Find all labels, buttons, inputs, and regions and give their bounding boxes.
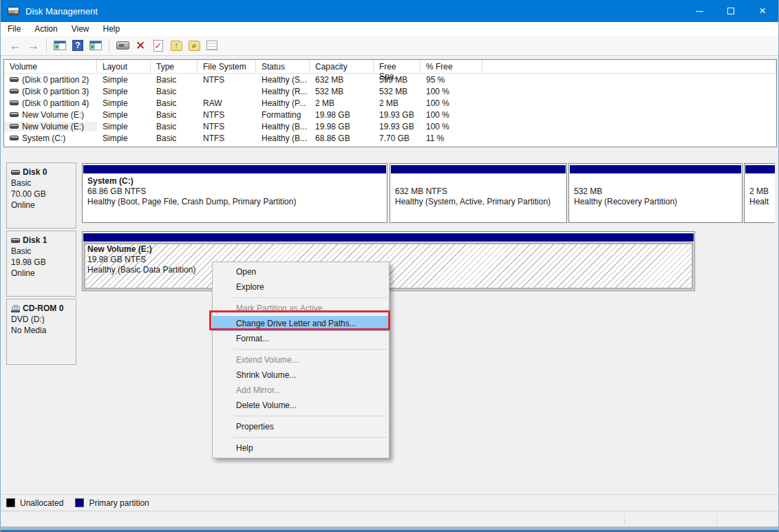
column-header-status[interactable]: Status	[256, 60, 310, 74]
cdrom-icon	[11, 305, 20, 312]
table-row[interactable]: System (C:) Simple Basic NTFS Healthy (B…	[4, 132, 776, 144]
menu-item-add-mirror: Add Mirror...	[213, 383, 389, 398]
volume-icon	[10, 100, 19, 105]
legend-label-unallocated: Unallocated	[20, 498, 63, 508]
cdrom0-label[interactable]: CD-ROM 0 DVD (D:) No Media	[6, 299, 76, 365]
volume-icon	[10, 124, 19, 129]
context-menu: Open Explore Mark Partition as Active Ch…	[212, 262, 390, 458]
table-row[interactable]: New Volume (E:) Simple Basic NTFS Health…	[4, 120, 776, 132]
disk0-label[interactable]: Disk 0 Basic 70.00 GB Online	[6, 162, 76, 228]
title-bar: Disk Management ×	[1, 0, 778, 22]
partition-532mb[interactable]: 532 MB Healthy (Recovery Partition)	[568, 163, 743, 223]
explore-folder-icon[interactable]: ⌕	[186, 38, 202, 53]
menu-item-delete-volume[interactable]: Delete Volume...	[213, 398, 389, 413]
partition-color-bar	[745, 165, 775, 173]
menu-separator	[233, 437, 387, 438]
menu-item-mark-partition-active: Mark Partition as Active	[213, 301, 389, 316]
column-header-pct-free[interactable]: % Free	[420, 60, 482, 74]
toolbar: ← → ◂ ? ▸ ✕ ✓ ↑ ⌕	[1, 36, 778, 56]
help-icon[interactable]: ?	[70, 38, 85, 53]
volume-icon	[10, 77, 19, 82]
menu-separator	[233, 297, 387, 298]
check-document-icon[interactable]: ✓	[151, 38, 166, 53]
menu-item-open[interactable]: Open	[213, 264, 389, 279]
column-header-capacity[interactable]: Capacity	[310, 60, 374, 74]
menu-file[interactable]: File	[1, 22, 28, 36]
show-action-pane-icon[interactable]: ▸	[88, 38, 103, 53]
menu-bar: File Action View Help	[1, 22, 778, 36]
disk-icon	[11, 238, 20, 243]
volume-icon	[10, 89, 19, 94]
unallocated-swatch	[6, 498, 15, 507]
volume-list: Volume Layout Type File System Status Ca…	[3, 59, 777, 147]
table-row[interactable]: (Disk 0 partition 3) Simple Basic Health…	[4, 85, 776, 97]
legend-bar: Unallocated Primary partition	[1, 494, 778, 511]
partition-color-bar	[391, 165, 566, 173]
table-row[interactable]: New Volume (E:) Simple Basic NTFS Format…	[4, 109, 776, 120]
disk-icon	[11, 170, 20, 175]
delete-volume-icon[interactable]: ✕	[133, 38, 148, 53]
device-icon[interactable]	[115, 38, 130, 53]
status-bar	[1, 512, 778, 526]
app-icon	[8, 7, 19, 15]
menu-item-format[interactable]: Format...	[213, 331, 389, 346]
menu-item-explore[interactable]: Explore	[213, 279, 389, 295]
cdrom0-row: CD-ROM 0 DVD (D:) No Media	[6, 299, 775, 365]
partition-color-bar	[83, 165, 386, 173]
disk0-row: Disk 0 Basic 70.00 GB Online System (C:)…	[6, 162, 775, 228]
window-bottom-frame	[1, 526, 778, 532]
column-header-volume[interactable]: Volume	[4, 60, 97, 74]
primary-partition-swatch	[75, 498, 84, 507]
disk1-row: Disk 1 Basic 19.98 GB Online New Volume …	[6, 231, 775, 297]
partition-632mb[interactable]: 632 MB NTFS Healthy (System, Active, Pri…	[390, 163, 567, 223]
disk1-label[interactable]: Disk 1 Basic 19.98 GB Online	[6, 231, 76, 297]
window-title: Disk Management	[25, 6, 98, 17]
minimize-button[interactable]	[683, 0, 715, 22]
menu-view[interactable]: View	[65, 22, 96, 36]
show-console-tree-icon[interactable]: ◂	[52, 38, 67, 53]
menu-separator	[233, 416, 387, 416]
column-header-blank	[482, 60, 776, 74]
back-icon[interactable]: ←	[8, 38, 23, 53]
forward-icon[interactable]: →	[25, 38, 41, 53]
status-bar-separator	[624, 513, 625, 525]
partition-2mb[interactable]: 2 MB Healt	[744, 163, 775, 223]
column-header-free-space[interactable]: Free Spa...	[374, 60, 420, 74]
menu-help[interactable]: Help	[96, 22, 127, 36]
menu-item-shrink-volume[interactable]: Shrink Volume...	[213, 368, 389, 383]
open-folder-icon[interactable]: ↑	[169, 38, 184, 53]
partition-system-c[interactable]: System (C:) 68.86 GB NTFS Healthy (Boot,…	[82, 163, 387, 223]
table-row[interactable]: (Disk 0 partition 2) Simple Basic NTFS H…	[4, 74, 776, 85]
toolbar-separator	[109, 39, 109, 52]
toolbar-separator	[46, 39, 47, 52]
legend-label-primary-partition: Primary partition	[89, 498, 149, 508]
menu-separator	[233, 349, 387, 350]
volume-icon	[10, 112, 19, 117]
disk-management-window: Disk Management × File Action View Help …	[0, 0, 779, 532]
menu-action[interactable]: Action	[28, 22, 64, 36]
column-header-file-system[interactable]: File System	[198, 60, 256, 74]
status-bar-separator	[716, 513, 717, 525]
table-row[interactable]: (Disk 0 partition 4) Simple Basic RAW He…	[4, 97, 776, 109]
menu-item-help[interactable]: Help	[213, 440, 389, 456]
properties-list-icon[interactable]	[204, 38, 220, 53]
partition-color-bar	[570, 165, 741, 173]
menu-item-extend-volume: Extend Volume...	[213, 352, 389, 368]
maximize-button[interactable]	[715, 0, 747, 22]
column-header-type[interactable]: Type	[151, 60, 198, 74]
close-button[interactable]: ×	[747, 0, 778, 22]
volume-icon	[10, 136, 19, 140]
column-header-layout[interactable]: Layout	[97, 60, 151, 74]
menu-item-properties[interactable]: Properties	[213, 419, 389, 434]
partition-color-bar	[83, 233, 694, 242]
menu-item-change-drive-letter[interactable]: Change Drive Letter and Paths...	[213, 316, 389, 331]
volume-list-header: Volume Layout Type File System Status Ca…	[4, 60, 776, 74]
